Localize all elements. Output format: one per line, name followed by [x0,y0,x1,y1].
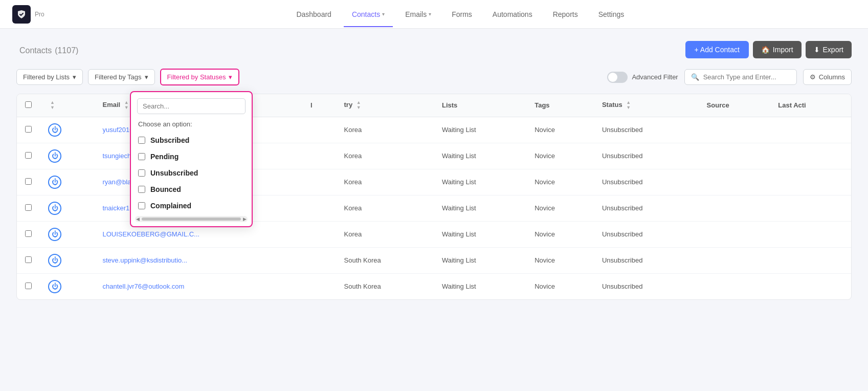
nav-automations[interactable]: Automations [484,6,541,23]
contact-power-icon-4[interactable]: ⏻ [48,228,61,241]
checkbox-complained[interactable] [138,202,145,209]
row-country-cell: Korea [336,117,434,143]
row-last-activity-cell [770,247,851,273]
row-checkbox-2[interactable] [25,178,32,185]
row-l-cell [302,221,336,247]
dropdown-hint: Choose an option: [131,118,252,132]
row-source-cell [699,195,770,221]
contact-power-icon-0[interactable]: ⏻ [48,123,61,137]
row-country-cell: Korea [336,143,434,169]
row-checkbox-cell [17,195,40,221]
row-tags-cell: Novice [526,195,594,221]
dropdown-options-list: Subscribed Pending Unsubscribed Bounced … [131,132,252,214]
row-checkbox-6[interactable] [25,283,32,289]
main-content: Contacts(1107) + Add Contact 🏠 Import ⬇ … [0,29,868,312]
contact-power-icon-5[interactable]: ⏻ [48,254,61,267]
row-status-cell: Unsubscribed [594,117,699,143]
contact-power-icon-6[interactable]: ⏻ [48,280,61,293]
columns-button[interactable]: ⚙ Columns [803,69,852,85]
row-checkbox-cell [17,221,40,247]
row-last-activity-cell [770,273,851,299]
row-status-cell: Unsubscribed [594,247,699,273]
row-last-activity-cell [770,143,851,169]
row-source-cell [699,117,770,143]
column-l-header: l [302,94,336,117]
row-checkbox-3[interactable] [25,204,32,211]
nav-settings[interactable]: Settings [590,6,633,23]
row-source-cell [699,169,770,195]
row-l-cell [302,117,336,143]
row-power-icon-cell: ⏻ [40,195,94,221]
last-activity-column-header: Last Acti [770,94,851,117]
advanced-filter-label: Advanced Filter [632,73,678,81]
contact-power-icon-2[interactable]: ⏻ [48,176,61,189]
row-source-cell [699,221,770,247]
row-checkbox-1[interactable] [25,152,32,159]
checkbox-subscribed[interactable] [138,137,145,144]
nav-contacts[interactable]: Contacts ▾ [344,6,393,23]
contact-power-icon-3[interactable]: ⏻ [48,202,61,215]
row-country-cell: South Korea [336,273,434,299]
select-all-checkbox[interactable] [25,101,32,108]
filter-by-tags-button[interactable]: Filtered by Tags ▾ [88,69,155,85]
option-bounced[interactable]: Bounced [131,181,252,198]
row-tags-cell: Novice [526,143,594,169]
contact-power-icon-1[interactable]: ⏻ [48,149,61,163]
row-country-cell: Korea [336,169,434,195]
import-button[interactable]: 🏠 Import [753,41,802,58]
row-checkbox-4[interactable] [25,230,32,237]
row-lists-cell: Waiting List [434,195,526,221]
row-lists-cell: Waiting List [434,117,526,143]
row-status-cell: Unsubscribed [594,169,699,195]
statuses-chevron-icon: ▾ [229,73,232,81]
option-complained[interactable]: Complained [131,198,252,214]
advanced-filter-toggle[interactable] [607,72,628,83]
search-icon: 🔍 [691,73,699,81]
nav-links: Dashboard Contacts ▾ Emails ▾ Forms Auto… [65,6,856,23]
country-column-header[interactable]: try ▲▼ [336,94,434,117]
contacts-chevron-icon: ▾ [382,11,385,17]
status-column-header[interactable]: Status ▲▼ [594,94,699,117]
row-tags-cell: Novice [526,273,594,299]
dropdown-horizontal-scrollbar[interactable]: ◀ ▶ [135,216,248,222]
option-subscribed-label: Subscribed [150,136,189,144]
option-unsubscribed[interactable]: Unsubscribed [131,165,252,181]
row-email-cell: steve.uppink@ksdistributio... [94,247,302,273]
filter-by-lists-button[interactable]: Filtered by Lists ▾ [16,69,83,85]
contact-email-link-6[interactable]: chantell.jvr76@outlook.com [102,283,184,290]
nav-reports[interactable]: Reports [545,6,586,23]
export-button[interactable]: ⬇ Export [806,41,852,58]
add-contact-button[interactable]: + Add Contact [685,41,749,58]
nav-dashboard[interactable]: Dashboard [288,6,340,23]
nav-emails[interactable]: Emails ▾ [397,6,439,23]
option-pending[interactable]: Pending [131,148,252,165]
row-checkbox-cell [17,273,40,299]
row-l-cell [302,169,336,195]
row-l-cell [302,273,336,299]
option-subscribed[interactable]: Subscribed [131,132,252,148]
scroll-right-icon[interactable]: ▶ [243,216,247,222]
export-icon: ⬇ [814,46,820,54]
source-column-header: Source [699,94,770,117]
row-checkbox-0[interactable] [25,126,32,133]
checkbox-bounced[interactable] [138,186,145,193]
row-checkbox-5[interactable] [25,256,32,263]
checkbox-unsubscribed[interactable] [138,169,145,177]
row-l-cell [302,247,336,273]
option-unsubscribed-label: Unsubscribed [150,169,198,177]
top-navigation: Pro Dashboard Contacts ▾ Emails ▾ Forms … [0,0,868,29]
row-checkbox-cell [17,117,40,143]
option-pending-label: Pending [150,153,179,161]
contact-email-link-5[interactable]: steve.uppink@ksdistributio... [102,256,187,264]
filter-by-statuses-button[interactable]: Filtered by Statuses ▾ [160,69,240,85]
scroll-thumb[interactable] [142,218,241,221]
page-title: Contacts(1107) [16,43,78,56]
contact-email-link-4[interactable]: LOUISEKOEBERG@GMAIL.C... [102,230,199,238]
scroll-left-icon[interactable]: ◀ [136,216,140,222]
nav-forms[interactable]: Forms [443,6,480,23]
row-lists-cell: Waiting List [434,273,526,299]
dropdown-search-input[interactable] [137,98,246,114]
checkbox-pending[interactable] [138,153,145,160]
search-input[interactable] [703,73,790,81]
sort-column[interactable]: ▲▼ [40,94,94,117]
